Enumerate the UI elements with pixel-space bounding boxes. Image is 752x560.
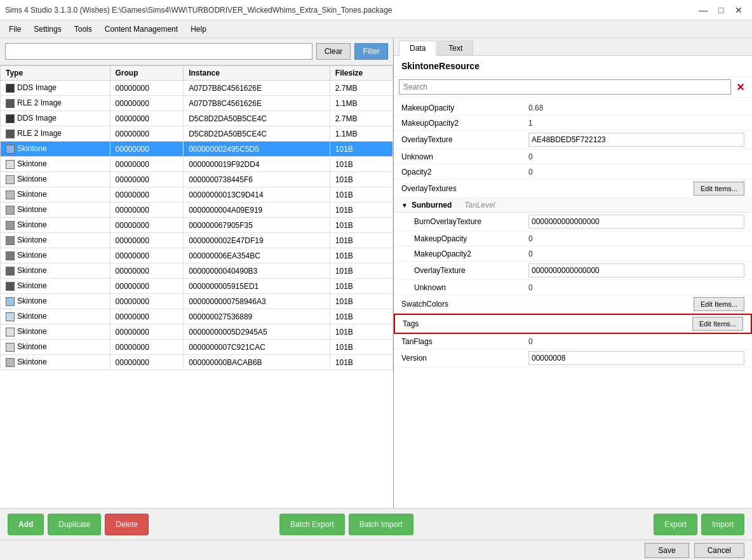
table-row[interactable]: Skintone00000000000000067905F35101B bbox=[1, 218, 393, 233]
close-button[interactable]: ✕ bbox=[730, 3, 747, 17]
file-table[interactable]: Type Group Instance Filesize DDS Image00… bbox=[0, 65, 393, 508]
color-swatch bbox=[6, 145, 15, 154]
prop-value: 1 bbox=[528, 119, 744, 128]
cell-type: Skintone bbox=[1, 187, 111, 203]
cell-group: 00000000 bbox=[110, 111, 184, 126]
edit-items-button[interactable]: Edit Items... bbox=[694, 297, 744, 311]
table-row[interactable]: Skintone0000000000000000040490B3101B bbox=[1, 263, 393, 279]
table-row[interactable]: Skintone000000000000000738445F6101B bbox=[1, 172, 393, 187]
table-row[interactable]: DDS Image00000000A07D7B8C4561626E2.7MB bbox=[1, 81, 393, 96]
app-title: Sims 4 Studio 3.1.3.0 (Wishes) E:\Games\… bbox=[5, 6, 393, 15]
minimize-button[interactable]: — bbox=[695, 3, 711, 17]
col-type: Type bbox=[1, 66, 111, 81]
cell-type: Skintone bbox=[1, 172, 111, 187]
color-swatch bbox=[6, 190, 15, 199]
prop-row: MakeupOpacity0 bbox=[394, 231, 752, 246]
menu-tools[interactable]: Tools bbox=[68, 22, 98, 36]
prop-name: MakeupOpacity bbox=[401, 234, 528, 243]
section-arrow: ▼ bbox=[401, 202, 408, 209]
prop-name: Unknown bbox=[401, 152, 528, 161]
color-swatch bbox=[6, 160, 15, 169]
table-row[interactable]: Skintone00000000000000002495C5D5101B bbox=[1, 142, 393, 157]
search-bar: Clear Filter bbox=[0, 38, 393, 65]
table-row[interactable]: Skintone000000000000000019F92DD4101B bbox=[1, 157, 393, 172]
cell-filesize: 101B bbox=[330, 218, 393, 233]
table-row[interactable]: Skintone00000000000000027536889101B bbox=[1, 309, 393, 324]
add-button[interactable]: Add bbox=[8, 514, 44, 535]
batch-export-button[interactable]: Batch Export bbox=[279, 514, 345, 535]
cell-group: 00000000 bbox=[110, 248, 184, 263]
cell-type: Skintone bbox=[1, 218, 111, 233]
menu-content-management[interactable]: Content Management bbox=[98, 22, 184, 36]
import-button[interactable]: Import bbox=[701, 514, 744, 535]
cell-type: Skintone bbox=[1, 309, 111, 324]
prop-search-clear-icon[interactable]: ✕ bbox=[734, 81, 747, 93]
prop-value-input[interactable] bbox=[528, 215, 744, 229]
cell-instance: 0000000002E47DF19 bbox=[184, 233, 330, 248]
tab-text[interactable]: Text bbox=[438, 41, 473, 55]
col-group: Group bbox=[110, 66, 184, 81]
prop-value: 0.68 bbox=[528, 103, 744, 112]
cell-type: RLE 2 Image bbox=[1, 126, 111, 142]
delete-button[interactable]: Delete bbox=[105, 514, 149, 535]
cancel-button[interactable]: Cancel bbox=[694, 543, 744, 558]
table-row[interactable]: Skintone00000000000000000BACAB6B101B bbox=[1, 355, 393, 370]
cell-instance: 0000000004A09E919 bbox=[184, 203, 330, 218]
table-row[interactable]: Skintone0000000000000000013C9D414101B bbox=[1, 187, 393, 203]
table-row[interactable]: RLE 2 Image00000000D5C8D2DA50B5CE4C1.1MB bbox=[1, 126, 393, 142]
cell-instance: 000000000BACAB6B bbox=[184, 355, 330, 370]
table-row[interactable]: Skintone00000000000000006EA354BC101B bbox=[1, 248, 393, 263]
cell-type: Skintone bbox=[1, 233, 111, 248]
cell-filesize: 101B bbox=[330, 203, 393, 218]
menu-file[interactable]: File bbox=[3, 22, 27, 36]
table-row[interactable]: Skintone000000000000000004A09E919101B bbox=[1, 203, 393, 218]
color-swatch bbox=[6, 99, 15, 108]
bottom-toolbar: Add Duplicate Delete Batch Export Batch … bbox=[0, 508, 752, 540]
cell-instance: 0000000738445F6 bbox=[184, 172, 330, 187]
prop-search-input[interactable] bbox=[399, 79, 731, 95]
save-button[interactable]: Save bbox=[645, 543, 688, 558]
prop-row: Version bbox=[394, 349, 752, 368]
color-swatch bbox=[6, 114, 15, 123]
table-row[interactable]: Skintone0000000000000000005D2945A5101B bbox=[1, 324, 393, 340]
cell-filesize: 1.1MB bbox=[330, 96, 393, 111]
cell-group: 00000000 bbox=[110, 263, 184, 279]
section-sublabel: TanLevel bbox=[464, 201, 495, 210]
prop-value: 0 bbox=[528, 337, 744, 346]
menu-settings[interactable]: Settings bbox=[27, 22, 67, 36]
table-row[interactable]: Skintone000000000000000007C921CAC101B bbox=[1, 340, 393, 355]
cell-instance: 0000000005915ED1 bbox=[184, 279, 330, 294]
batch-import-button[interactable]: Batch Import bbox=[349, 514, 413, 535]
color-swatch bbox=[6, 251, 15, 260]
export-button[interactable]: Export bbox=[654, 514, 697, 535]
prop-row: OverlayTexture bbox=[394, 131, 752, 149]
prop-value: 0 bbox=[528, 234, 744, 243]
prop-value: 0 bbox=[528, 152, 744, 161]
cell-group: 00000000 bbox=[110, 142, 184, 157]
prop-value-input[interactable] bbox=[528, 351, 744, 365]
prop-value-input[interactable] bbox=[528, 133, 744, 147]
table-row[interactable]: Skintone000000000000000000758946A3101B bbox=[1, 294, 393, 309]
search-input[interactable] bbox=[5, 43, 312, 60]
filter-button[interactable]: Filter bbox=[354, 43, 388, 60]
cell-group: 00000000 bbox=[110, 233, 184, 248]
table-row[interactable]: Skintone000000000000000005915ED1101B bbox=[1, 279, 393, 294]
cell-group: 00000000 bbox=[110, 187, 184, 203]
tab-data[interactable]: Data bbox=[399, 41, 436, 56]
color-swatch bbox=[6, 358, 15, 367]
maximize-button[interactable]: □ bbox=[713, 3, 729, 17]
table-row[interactable]: RLE 2 Image00000000A07D7B8C4561626E1.1MB bbox=[1, 96, 393, 111]
section-header[interactable]: ▼SunburnedTanLevel bbox=[394, 198, 752, 213]
cell-group: 00000000 bbox=[110, 324, 184, 340]
cell-group: 00000000 bbox=[110, 96, 184, 111]
clear-button[interactable]: Clear bbox=[316, 43, 351, 60]
duplicate-button[interactable]: Duplicate bbox=[48, 514, 101, 535]
table-row[interactable]: Skintone000000000000000002E47DF19101B bbox=[1, 233, 393, 248]
menu-help[interactable]: Help bbox=[184, 22, 213, 36]
edit-items-button[interactable]: Edit Items... bbox=[692, 317, 743, 331]
prop-value-input[interactable] bbox=[528, 263, 744, 277]
edit-items-button[interactable]: Edit Items... bbox=[694, 182, 744, 196]
prop-row: TagsEdit Items... bbox=[394, 314, 752, 334]
table-row[interactable]: DDS Image00000000D5C8D2DA50B5CE4C2.7MB bbox=[1, 111, 393, 126]
color-swatch bbox=[6, 84, 15, 93]
